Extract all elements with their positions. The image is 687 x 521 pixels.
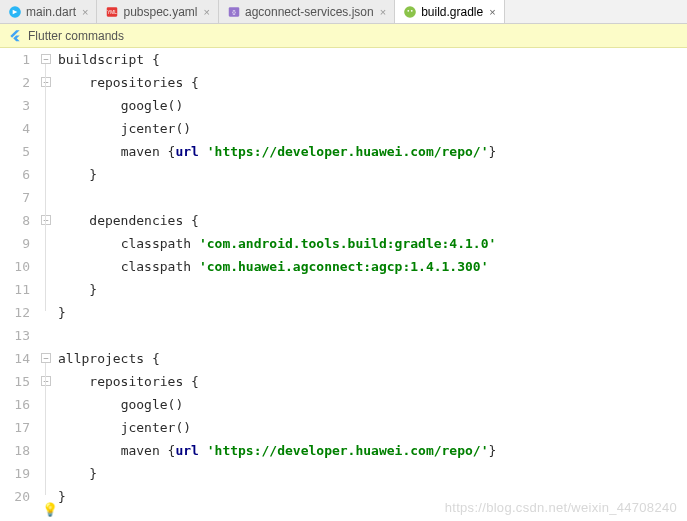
code-line[interactable]: } — [58, 163, 687, 186]
code-line[interactable]: google() — [58, 393, 687, 416]
gradle-file-icon — [403, 5, 417, 19]
svg-text:YML: YML — [108, 10, 118, 15]
tab-pubspec-yaml[interactable]: YMLpubspec.yaml× — [97, 0, 218, 23]
yaml-file-icon: YML — [105, 5, 119, 19]
fold-toggle-icon[interactable]: − — [41, 54, 51, 64]
line-number: 9 — [0, 232, 30, 255]
code-line[interactable]: dependencies { — [58, 209, 687, 232]
code-line[interactable]: } — [58, 462, 687, 485]
line-number: 11 — [0, 278, 30, 301]
fold-toggle-icon[interactable]: − — [41, 215, 51, 225]
code-line[interactable]: jcenter() — [58, 416, 687, 439]
intention-bulb-icon[interactable]: 💡 — [42, 502, 58, 517]
code-line[interactable]: buildscript { — [58, 48, 687, 71]
tab-agconnect-services-json[interactable]: {}agconnect-services.json× — [219, 0, 395, 23]
code-line[interactable]: allprojects { — [58, 347, 687, 370]
line-number: 7 — [0, 186, 30, 209]
fold-toggle-icon[interactable]: − — [41, 77, 51, 87]
tab-label: main.dart — [26, 5, 76, 19]
code-editor[interactable]: 1234567891011121314151617181920 −−−−− bu… — [0, 48, 687, 521]
code-line[interactable]: jcenter() — [58, 117, 687, 140]
line-number: 1 — [0, 48, 30, 71]
code-line[interactable]: } — [58, 278, 687, 301]
line-number: 19 — [0, 462, 30, 485]
code-line[interactable]: classpath 'com.android.tools.build:gradl… — [58, 232, 687, 255]
close-icon[interactable]: × — [489, 6, 495, 18]
editor-tabs: main.dart×YMLpubspec.yaml×{}agconnect-se… — [0, 0, 687, 24]
line-number: 14 — [0, 347, 30, 370]
fold-column[interactable]: −−−−− — [40, 48, 54, 521]
line-number: 13 — [0, 324, 30, 347]
line-number: 3 — [0, 94, 30, 117]
flutter-icon — [8, 29, 22, 43]
line-number: 8 — [0, 209, 30, 232]
fold-toggle-icon[interactable]: − — [41, 353, 51, 363]
code-line[interactable] — [58, 186, 687, 209]
flutter-commands-banner[interactable]: Flutter commands — [0, 24, 687, 48]
line-number: 17 — [0, 416, 30, 439]
close-icon[interactable]: × — [380, 6, 386, 18]
code-area[interactable]: buildscript { repositories { google() jc… — [54, 48, 687, 521]
tab-label: agconnect-services.json — [245, 5, 374, 19]
code-line[interactable] — [58, 324, 687, 347]
line-number: 2 — [0, 71, 30, 94]
line-number: 20 — [0, 485, 30, 508]
tab-label: build.gradle — [421, 5, 483, 19]
watermark-text: https://blog.csdn.net/weixin_44708240 — [445, 500, 677, 515]
line-number-gutter: 1234567891011121314151617181920 — [0, 48, 40, 521]
code-line[interactable]: repositories { — [58, 71, 687, 94]
tab-build-gradle[interactable]: build.gradle× — [395, 0, 504, 23]
line-number: 16 — [0, 393, 30, 416]
code-line[interactable]: maven {url 'https://developer.huawei.com… — [58, 439, 687, 462]
dart-file-icon — [8, 5, 22, 19]
code-line[interactable]: repositories { — [58, 370, 687, 393]
svg-point-7 — [411, 9, 413, 11]
line-number: 5 — [0, 140, 30, 163]
svg-point-6 — [408, 9, 410, 11]
fold-toggle-icon[interactable]: − — [41, 376, 51, 386]
svg-point-5 — [404, 6, 416, 18]
code-line[interactable]: classpath 'com.huawei.agconnect:agcp:1.4… — [58, 255, 687, 278]
banner-label: Flutter commands — [28, 29, 124, 43]
close-icon[interactable]: × — [82, 6, 88, 18]
line-number: 15 — [0, 370, 30, 393]
svg-text:{}: {} — [232, 9, 236, 15]
close-icon[interactable]: × — [204, 6, 210, 18]
code-line[interactable]: } — [58, 301, 687, 324]
tab-label: pubspec.yaml — [123, 5, 197, 19]
code-line[interactable]: google() — [58, 94, 687, 117]
line-number: 4 — [0, 117, 30, 140]
line-number: 18 — [0, 439, 30, 462]
line-number: 10 — [0, 255, 30, 278]
code-line[interactable]: maven {url 'https://developer.huawei.com… — [58, 140, 687, 163]
tab-main-dart[interactable]: main.dart× — [0, 0, 97, 23]
line-number: 6 — [0, 163, 30, 186]
json-file-icon: {} — [227, 5, 241, 19]
line-number: 12 — [0, 301, 30, 324]
